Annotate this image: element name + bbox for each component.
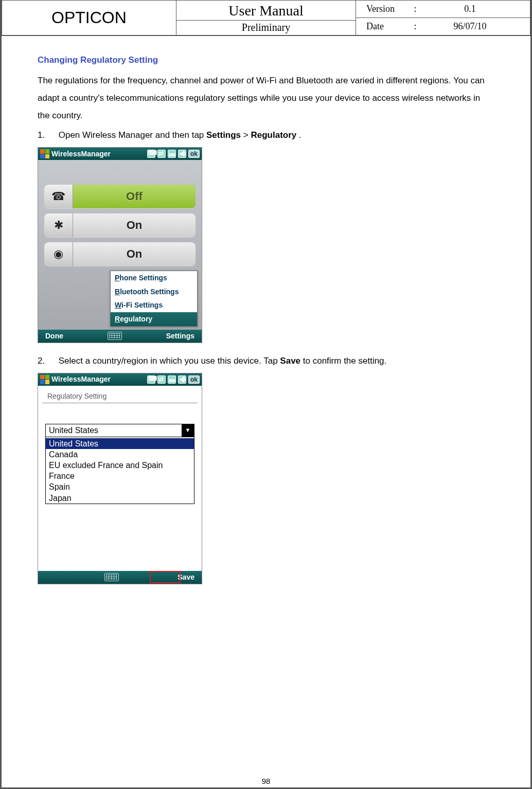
menu-accel: R (115, 315, 120, 323)
step-bold: Settings (206, 130, 241, 140)
bluetooth-icon: ✱ (44, 213, 73, 237)
titlebar: WirelessManager ok (38, 148, 202, 160)
menu-accel: B (115, 288, 120, 296)
doc-title: User Manual (176, 2, 356, 21)
ok-button[interactable]: ok (188, 375, 200, 384)
step-bold: Save (280, 356, 300, 366)
step-number: 1. (38, 127, 56, 144)
colon: : (410, 4, 420, 14)
sip-keyboard-icon[interactable] (108, 332, 122, 340)
step-text: to confirm the setting. (303, 356, 387, 366)
ok-button[interactable]: ok (188, 150, 200, 158)
step-text: . (299, 130, 302, 140)
toggle-state: On (73, 213, 196, 237)
signal-icon[interactable] (168, 150, 176, 158)
keyboard-status-icon[interactable] (147, 375, 155, 384)
softkey-done[interactable]: Done (45, 332, 63, 340)
network-status-icon[interactable] (157, 375, 166, 384)
date-label: Date (366, 21, 410, 32)
step-bold: Regulatory (251, 130, 296, 140)
menu-label: luetooth Settings (120, 288, 179, 296)
wireless-manager-body: ☎ Off ✱ On ◉ On Phone Settings Bluetoo (38, 160, 202, 330)
softkey-save[interactable]: Save (178, 573, 194, 582)
phone-toggle[interactable]: ☎ Off (44, 185, 196, 208)
keyboard-status-icon[interactable] (147, 150, 155, 158)
page-heading: Regulatory Setting (42, 387, 198, 403)
settings-popup-menu: Phone Settings Bluetooth Settings Wi-Fi … (110, 271, 198, 327)
step-text: Select a country/region in which you use… (59, 356, 280, 366)
wifi-toggle[interactable]: ◉ On (44, 242, 196, 266)
step-2: 2. Select a country/region in which you … (38, 352, 494, 370)
network-status-icon[interactable] (157, 150, 166, 158)
country-dropdown-list: United States Canada EU excluded France … (45, 437, 194, 504)
step-1: 1. Open Wireless Manager and then tap Se… (38, 127, 494, 144)
version-label: Version (366, 4, 410, 14)
phone-icon: ☎ (44, 185, 73, 208)
toggle-state: On (73, 242, 196, 266)
doc-header: OPTICON User Manual Preliminary Version … (2, 0, 530, 36)
signal-icon[interactable] (168, 375, 176, 384)
dropdown-option[interactable]: Canada (46, 449, 194, 460)
screenshot-wireless-manager: WirelessManager ok ☎ Off ✱ On (38, 147, 202, 343)
sip-keyboard-icon[interactable] (104, 573, 119, 581)
doc-subtitle: Preliminary (176, 21, 356, 34)
menu-item-phone-settings[interactable]: Phone Settings (111, 271, 197, 285)
page-number: 98 (2, 777, 530, 785)
dropdown-option[interactable]: United States (46, 438, 194, 449)
version-value: 0.1 (420, 4, 520, 14)
window-title: WirelessManager (51, 375, 111, 384)
wifi-icon: ◉ (44, 242, 73, 266)
windows-logo-icon[interactable] (40, 375, 49, 384)
chevron-down-icon[interactable] (182, 424, 194, 437)
menu-accel: P (115, 274, 119, 282)
volume-icon[interactable] (178, 150, 186, 158)
date-row: Date : 96/07/10 (361, 20, 525, 33)
menu-label: i-Fi Settings (121, 301, 163, 309)
version-row: Version : 0.1 (361, 3, 525, 15)
menu-accel: W (115, 301, 121, 309)
bottombar: Done Settings (38, 330, 202, 343)
menu-item-wifi-settings[interactable]: Wi-Fi Settings (111, 298, 197, 312)
menu-item-regulatory[interactable]: Regulatory (111, 312, 197, 326)
regulatory-body: Regulatory Setting United States United … (38, 386, 202, 584)
dropdown-option[interactable]: Spain (46, 481, 194, 492)
windows-logo-icon[interactable] (40, 149, 49, 158)
step-text: > (243, 130, 251, 140)
step-text: Open Wireless Manager and then tap (59, 130, 206, 140)
screenshot-regulatory-setting: WirelessManager ok Regulatory Setting Un… (38, 373, 202, 584)
country-dropdown[interactable]: United States (45, 424, 194, 437)
dropdown-option[interactable]: France (46, 471, 194, 481)
softkey-settings[interactable]: Settings (166, 332, 194, 340)
menu-item-bluetooth-settings[interactable]: Bluetooth Settings (111, 285, 197, 299)
colon: : (410, 21, 420, 32)
dropdown-option[interactable]: Japan (46, 493, 194, 504)
titlebar: WirelessManager ok (38, 373, 202, 386)
date-value: 96/07/10 (420, 21, 520, 32)
dropdown-selected-value: United States (46, 424, 182, 437)
volume-icon[interactable] (178, 375, 186, 384)
menu-label: hone Settings (119, 274, 167, 282)
intro-paragraph: The regulations for the frequency, chann… (38, 72, 494, 124)
bluetooth-toggle[interactable]: ✱ On (44, 213, 196, 237)
dropdown-option[interactable]: EU excluded France and Spain (46, 460, 194, 471)
step-number: 2. (38, 352, 56, 370)
window-title: WirelessManager (51, 150, 111, 158)
section-title: Changing Regulatory Setting (38, 51, 494, 69)
brand: OPTICON (2, 1, 176, 36)
menu-label: egulatory (120, 315, 152, 323)
toggle-state: Off (73, 185, 196, 208)
